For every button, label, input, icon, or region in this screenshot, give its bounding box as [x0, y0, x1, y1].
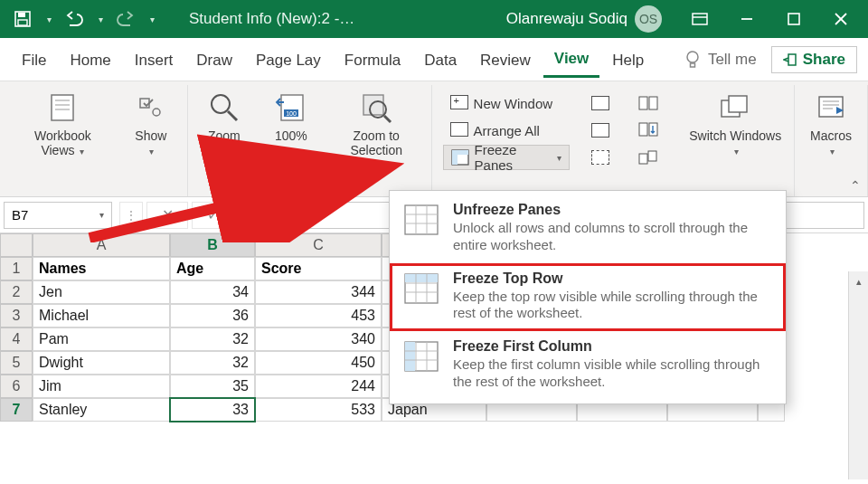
- cell-c7[interactable]: 533: [255, 398, 382, 422]
- scroll-up-icon[interactable]: ▴: [849, 271, 868, 291]
- minimize-icon[interactable]: [727, 5, 767, 33]
- zoom-100-button[interactable]: 100 100%: [262, 89, 320, 159]
- unfreeze-panes-icon: [402, 202, 440, 238]
- vertical-scrollbar[interactable]: ▴: [848, 271, 868, 479]
- insert-function-button[interactable]: fx: [237, 202, 278, 229]
- maximize-icon[interactable]: [774, 5, 814, 33]
- cell-c2[interactable]: 344: [255, 280, 382, 304]
- confirm-entry-button[interactable]: ✓: [192, 202, 233, 229]
- menu-freeze-first-column[interactable]: Freeze First Column Keep the first colum…: [390, 331, 786, 400]
- row-header-7[interactable]: 7: [0, 398, 33, 422]
- share-button[interactable]: Share: [771, 46, 857, 73]
- freeze-first-column-icon: [402, 338, 440, 375]
- new-window-label: New Window: [474, 96, 553, 111]
- split-button[interactable]: [584, 90, 617, 116]
- col-header-c[interactable]: C: [255, 233, 382, 257]
- formula-bar-sep: ⋮: [119, 202, 143, 229]
- svg-rect-23: [363, 95, 383, 115]
- row-header-6[interactable]: 6: [0, 375, 33, 398]
- tab-insert[interactable]: Insert: [124, 43, 184, 77]
- row-header-5[interactable]: 5: [0, 351, 33, 375]
- cell-c4[interactable]: 340: [255, 327, 382, 351]
- cell-a2[interactable]: Jen: [33, 280, 170, 304]
- menu-item-desc: Keep the top row visible while scrolling…: [453, 289, 773, 323]
- cell-b1[interactable]: Age: [170, 257, 255, 280]
- cell-a6[interactable]: Jim: [33, 375, 170, 398]
- cell-a3[interactable]: Michael: [33, 304, 170, 327]
- cell-c5[interactable]: 450: [255, 351, 382, 375]
- close-icon[interactable]: [821, 5, 861, 33]
- menu-freeze-top-row[interactable]: Freeze Top Row Keep the top row visible …: [390, 263, 786, 332]
- zoom-button[interactable]: Zoom: [195, 89, 253, 159]
- collapse-ribbon-icon[interactable]: ⌃: [850, 178, 861, 193]
- macros-button[interactable]: Macros▾: [802, 89, 860, 159]
- side-by-side-button[interactable]: [631, 90, 665, 116]
- cell-c3[interactable]: 453: [255, 304, 382, 327]
- menu-unfreeze-panes[interactable]: Unfreeze Panes Unlock all rows and colum…: [390, 195, 786, 263]
- freeze-panes-button[interactable]: Freeze Panes ▾: [443, 145, 571, 170]
- unhide-button[interactable]: [584, 145, 617, 170]
- tab-draw[interactable]: Draw: [185, 43, 243, 77]
- show-icon: [134, 90, 168, 125]
- share-icon: [783, 52, 797, 67]
- ribbon-display-icon[interactable]: [680, 5, 720, 33]
- reset-position-button[interactable]: [631, 145, 665, 170]
- tab-view[interactable]: View: [543, 41, 599, 78]
- save-dropdown-icon[interactable]: ▾: [47, 14, 52, 24]
- tab-formulas[interactable]: Formula: [334, 43, 411, 77]
- new-window-button[interactable]: + New Window: [443, 90, 571, 116]
- tab-review[interactable]: Review: [469, 43, 542, 77]
- tab-home[interactable]: Home: [59, 43, 121, 77]
- undo-icon[interactable]: [59, 5, 90, 33]
- tab-help[interactable]: Help: [601, 43, 655, 77]
- svg-text:100: 100: [286, 110, 297, 117]
- tab-data[interactable]: Data: [413, 43, 467, 77]
- cell-b5[interactable]: 32: [170, 351, 255, 375]
- row-header-1[interactable]: 1: [0, 257, 33, 280]
- cell-b3[interactable]: 36: [170, 304, 255, 327]
- chevron-down-icon[interactable]: ▾: [99, 210, 104, 220]
- svg-point-17: [153, 109, 160, 116]
- cell-a7[interactable]: Stanley: [33, 398, 170, 422]
- cell-b4[interactable]: 32: [170, 327, 255, 351]
- cancel-entry-button[interactable]: ✕: [146, 202, 188, 229]
- side-by-side-icon: [638, 96, 658, 110]
- undo-dropdown-icon[interactable]: ▾: [99, 14, 103, 24]
- svg-point-9: [687, 52, 698, 62]
- cell-c6[interactable]: 244: [255, 375, 382, 398]
- user-account[interactable]: Olanrewaju Sodiq OS: [506, 5, 662, 33]
- qat-customize-icon[interactable]: ▾: [150, 14, 155, 24]
- arrange-all-button[interactable]: Arrange All: [443, 118, 571, 143]
- svg-line-25: [384, 116, 391, 122]
- hide-button[interactable]: [584, 118, 617, 143]
- col-header-a[interactable]: A: [33, 233, 170, 257]
- sync-scroll-button[interactable]: [631, 118, 665, 143]
- select-all-corner[interactable]: [0, 233, 33, 257]
- cell-a4[interactable]: Pam: [33, 327, 170, 351]
- cell-b7[interactable]: 33: [170, 398, 255, 422]
- tab-pagelayout[interactable]: Page Lay: [245, 43, 332, 77]
- col-header-b[interactable]: B: [170, 233, 255, 257]
- cell-c1[interactable]: Score: [255, 257, 382, 280]
- tab-file[interactable]: File: [11, 43, 57, 77]
- save-icon[interactable]: [7, 5, 38, 33]
- row-header-4[interactable]: 4: [0, 327, 33, 351]
- zoom-selection-button[interactable]: Zoom to Selection: [329, 89, 424, 159]
- svg-rect-28: [452, 150, 458, 165]
- row-header-2[interactable]: 2: [0, 280, 33, 304]
- switch-windows-button[interactable]: Switch Windows ▾: [684, 89, 787, 159]
- name-box[interactable]: B7 ▾: [4, 202, 112, 229]
- svg-rect-10: [690, 63, 694, 67]
- row-header-3[interactable]: 3: [0, 304, 33, 327]
- lightbulb-icon: [684, 50, 701, 70]
- show-button[interactable]: Show▾: [122, 89, 180, 159]
- tell-me[interactable]: Tell me: [684, 50, 757, 70]
- redo-icon[interactable]: [110, 5, 141, 33]
- cell-b6[interactable]: 35: [170, 375, 255, 398]
- svg-rect-11: [788, 54, 796, 65]
- cell-a1[interactable]: Names: [33, 257, 170, 280]
- zoom-100-icon: 100: [274, 90, 308, 125]
- cell-a5[interactable]: Dwight: [33, 351, 170, 375]
- cell-b2[interactable]: 34: [170, 280, 255, 304]
- workbook-views-button[interactable]: Workbook Views ▾: [13, 89, 113, 159]
